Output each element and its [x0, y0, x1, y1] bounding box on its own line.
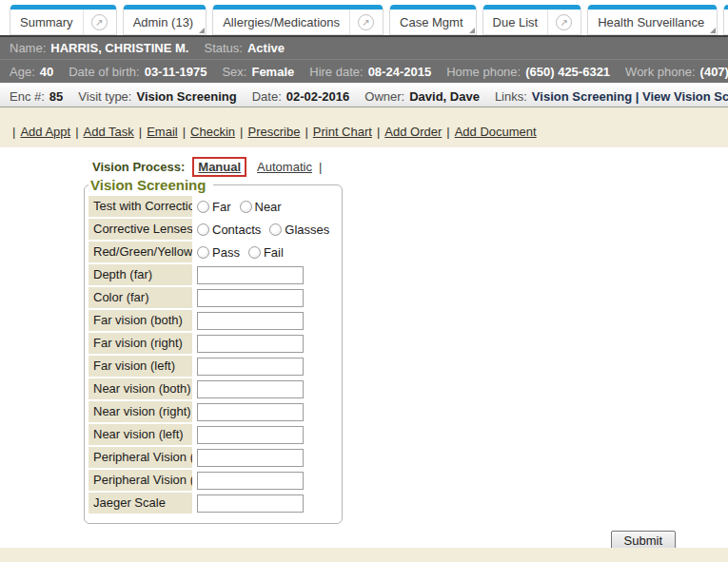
- radio-option[interactable]: Glasses: [269, 223, 329, 237]
- form-row: Near vision (left): [89, 424, 338, 445]
- tab[interactable]: Health Surveillance: [587, 5, 718, 35]
- radio-label: Pass: [212, 245, 240, 260]
- encounter-bar: Enc #: 85 Visit type: Vision Screening D…: [0, 87, 728, 107]
- form-row-label: Peripheral Vision (R Degree): [89, 447, 192, 468]
- info-field: Enc #: 85: [10, 89, 63, 104]
- info-field: Age: 40: [10, 65, 53, 79]
- info-field: Hire date: 08-24-2015: [309, 65, 431, 79]
- form-row: Near vision (right): [89, 401, 338, 422]
- radio-option[interactable]: Fail: [248, 245, 284, 260]
- vision-form-rows: Test with Corrections Far Near Correctiv…: [89, 196, 338, 514]
- link-separator: |: [377, 125, 380, 139]
- field-value: Vision Screening: [136, 89, 236, 104]
- info-field: Sex: Female: [222, 65, 294, 79]
- menu-corner-icon: [469, 28, 475, 33]
- radio-button-icon[interactable]: [197, 201, 209, 213]
- field-label: Owner:: [364, 89, 404, 104]
- action-link[interactable]: Print Chart: [313, 125, 372, 139]
- action-link-item: |Print Chart: [300, 125, 372, 139]
- form-text-input[interactable]: [197, 358, 304, 376]
- tab-label: Summary: [20, 15, 77, 29]
- form-text-input[interactable]: [197, 403, 304, 421]
- field-value: 08-24-2015: [368, 65, 432, 79]
- form-row-control: [194, 333, 304, 354]
- field-label: Links:: [495, 89, 527, 104]
- action-link[interactable]: Add Appt: [20, 125, 70, 139]
- vision-process-row: Vision Process: ManualAutomatic |: [92, 156, 728, 177]
- form-row: Peripheral Vision (R Degree): [89, 447, 338, 468]
- radio-button-icon[interactable]: [248, 246, 261, 259]
- action-link-item: |Add Document: [442, 125, 536, 139]
- field-value[interactable]: Vision Screening | View Vision Screening: [532, 89, 728, 104]
- tab[interactable]: Summary ↗: [10, 5, 117, 35]
- field-label: Sex:: [222, 65, 246, 79]
- action-link[interactable]: Prescribe: [247, 125, 300, 139]
- radio-option[interactable]: Contacts: [197, 223, 261, 237]
- radio-option[interactable]: Far: [197, 200, 231, 214]
- field-label: Home phone:: [446, 65, 521, 79]
- info-field: Links: Vision Screening | View Vision Sc…: [495, 89, 728, 104]
- external-link-icon[interactable]: ↗: [349, 10, 374, 34]
- tab[interactable]: Allergies/Medications ↗: [212, 5, 384, 35]
- form-text-input[interactable]: [197, 472, 304, 490]
- form-text-input[interactable]: [197, 312, 304, 330]
- form-row-control: [194, 287, 304, 308]
- form-text-input[interactable]: [197, 449, 304, 467]
- tab[interactable]: Admin (13): [123, 5, 207, 35]
- form-row-label: Peripheral Vision (L Degree): [89, 470, 192, 491]
- field-label: Date of birth:: [69, 65, 139, 79]
- action-link[interactable]: Email: [147, 125, 178, 139]
- form-text-input[interactable]: [197, 289, 304, 307]
- form-row-control: Pass Fail: [194, 242, 292, 262]
- field-value: Female: [251, 65, 294, 79]
- form-text-input[interactable]: [197, 335, 304, 353]
- field-label: Visit type:: [78, 89, 131, 104]
- form-row: Peripheral Vision (L Degree): [89, 470, 338, 491]
- radio-button-icon[interactable]: [269, 223, 282, 236]
- tab[interactable]: Case Mgmt: [389, 5, 476, 35]
- form-row: Test with Corrections Far Near: [89, 196, 338, 217]
- radio-label: Far: [212, 200, 231, 214]
- external-link-icon[interactable]: ↗: [547, 10, 572, 34]
- form-row: Color (far): [89, 287, 338, 308]
- action-links-band: |Add Appt|Add Task|Email|Checkin|Prescri…: [0, 107, 728, 147]
- vision-process-option[interactable]: Manual: [192, 157, 246, 177]
- action-link[interactable]: Checkin: [190, 125, 235, 139]
- field-value: David, Dave: [409, 89, 480, 104]
- radio-option[interactable]: Pass: [197, 245, 240, 260]
- form-row-label: Depth (far): [89, 264, 192, 285]
- radio-button-icon[interactable]: [240, 201, 252, 213]
- action-link-item: |Add Appt: [8, 125, 70, 139]
- form-text-input[interactable]: [197, 266, 304, 284]
- vision-process-options: ManualAutomatic: [190, 160, 317, 174]
- info-field: Owner: David, Dave: [364, 89, 480, 104]
- tab-label: Due List: [493, 15, 542, 29]
- radio-option[interactable]: Near: [240, 200, 282, 214]
- tab[interactable]: Due List ↗: [482, 5, 582, 35]
- form-row-label: Far vision (both): [89, 310, 192, 331]
- radio-button-icon[interactable]: [197, 246, 209, 259]
- external-link-icon[interactable]: ↗: [83, 10, 108, 34]
- field-label: Age:: [10, 65, 35, 79]
- patient-demographics-bar: Age: 40 Date of birth: 03-11-1975 Sex: F…: [0, 59, 728, 83]
- vision-process-option[interactable]: Automatic: [257, 160, 312, 174]
- form-row: Red/Green/Yellow Pass Fail: [89, 242, 338, 262]
- form-text-input[interactable]: [197, 380, 304, 398]
- form-row: Jaeger Scale: [89, 493, 338, 514]
- field-value: 02-02-2016: [286, 89, 350, 104]
- form-text-input[interactable]: [197, 494, 304, 513]
- submit-button[interactable]: Submit: [611, 531, 676, 548]
- radio-button-icon[interactable]: [197, 223, 209, 236]
- form-row-control: [194, 447, 304, 468]
- info-field: Home phone: (650) 425-6321: [446, 65, 610, 79]
- link-separator: |: [12, 125, 15, 139]
- form-text-input[interactable]: [197, 426, 304, 444]
- tab[interactable]: Work Status ↗: [723, 5, 728, 35]
- action-link[interactable]: Add Document: [455, 125, 537, 139]
- action-link[interactable]: Add Order: [384, 125, 442, 139]
- info-field: Visit type: Vision Screening: [78, 89, 236, 104]
- action-link[interactable]: Add Task: [84, 125, 134, 139]
- tab-label: Health Surveillance: [598, 15, 708, 29]
- radio-label: Near: [255, 200, 282, 214]
- link-separator: |: [240, 125, 243, 139]
